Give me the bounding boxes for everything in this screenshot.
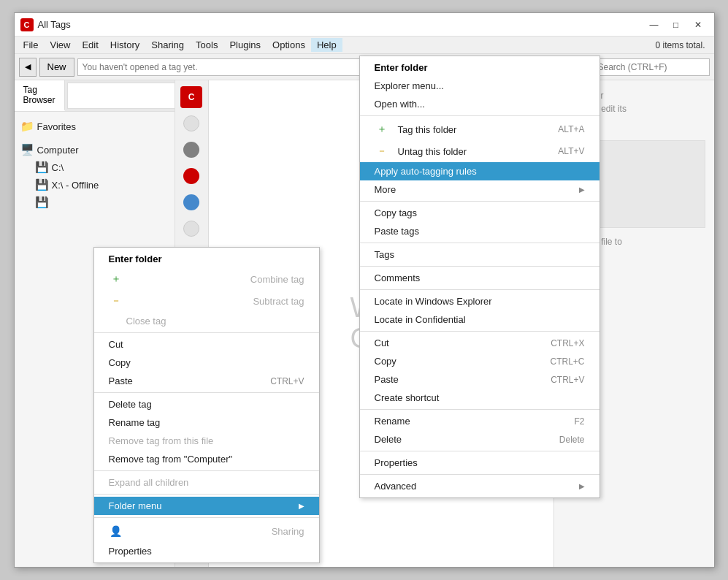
ctx1-combine-tag-label: Combine tag bbox=[250, 274, 304, 285]
ctx2-paste[interactable]: Paste CTRL+V bbox=[360, 370, 599, 389]
menu-plugins[interactable]: Plugins bbox=[223, 38, 267, 52]
computer-icon: 🖥️ bbox=[20, 143, 34, 156]
ctx1-expand-all-label: Expand all children bbox=[109, 477, 189, 488]
ctx2-paste-tags[interactable]: Paste tags bbox=[360, 222, 599, 240]
tab-tag-browser-label: Tag Browser bbox=[23, 85, 55, 105]
title-bar: C All Tags — □ ✕ bbox=[15, 13, 714, 37]
mini-circle-4 bbox=[183, 194, 199, 210]
ctx2-copy[interactable]: Copy CTRL+C bbox=[360, 352, 599, 370]
ctx1-delete-tag[interactable]: Delete tag bbox=[94, 395, 319, 413]
ctx2-explorer-menu-label: Explorer menu... bbox=[375, 80, 444, 91]
ctx1-close-tag: Close tag bbox=[94, 312, 319, 330]
context-menu-1: Enter folder ＋ Combine tag － Subtract ta… bbox=[93, 247, 320, 563]
mini-icon-3[interactable] bbox=[180, 165, 202, 187]
ctx2-rename-shortcut: F2 bbox=[574, 416, 584, 427]
mini-icon-1[interactable] bbox=[180, 112, 202, 134]
ctx2-advanced-label: Advanced bbox=[375, 481, 417, 492]
app-icon-letter: C bbox=[24, 20, 30, 29]
mini-icon-c[interactable]: C bbox=[180, 86, 202, 108]
ctx1-sep5 bbox=[94, 517, 319, 518]
menu-file[interactable]: File bbox=[18, 38, 45, 52]
plus-green-icon: ＋ bbox=[109, 272, 123, 286]
ctx2-cut[interactable]: Cut CTRL+X bbox=[360, 334, 599, 352]
ctx1-paste-shortcut: CTRL+V bbox=[270, 376, 304, 386]
ctx2-tags[interactable]: Tags bbox=[360, 245, 599, 264]
menu-bar: File View Edit History Sharing Tools Plu… bbox=[15, 37, 714, 54]
ctx1-rename-tag[interactable]: Rename tag bbox=[94, 413, 319, 432]
ctx2-tags-label: Tags bbox=[375, 249, 394, 260]
ctx2-comments[interactable]: Comments bbox=[360, 269, 599, 287]
ctx2-sep8 bbox=[360, 451, 599, 451]
ctx2-locate-confidential[interactable]: Locate in Confidential bbox=[360, 310, 599, 329]
menu-help[interactable]: Help bbox=[311, 38, 342, 52]
mini-circle-5 bbox=[183, 221, 199, 237]
ctx2-delete[interactable]: Delete Delete bbox=[360, 430, 599, 449]
ctx2-apply-auto-tagging[interactable]: Apply auto-tagging rules bbox=[360, 162, 599, 180]
ctx2-advanced[interactable]: Advanced ▶ bbox=[360, 477, 599, 495]
cdrive-icon: 💾 bbox=[35, 161, 49, 174]
menu-view[interactable]: View bbox=[44, 38, 76, 52]
mini-icon-4[interactable] bbox=[180, 191, 202, 213]
ctx2-properties-label: Properties bbox=[375, 457, 418, 468]
ctx2-enter-folder-label: Enter folder bbox=[375, 62, 428, 73]
ctx2-sep4 bbox=[360, 266, 599, 267]
ctx2-properties[interactable]: Properties bbox=[360, 454, 599, 472]
ctx2-create-shortcut[interactable]: Create shortcut bbox=[360, 389, 599, 407]
mini-circle-1 bbox=[183, 115, 199, 131]
ctx1-enter-folder-label: Enter folder bbox=[109, 253, 162, 264]
xdrive-icon: 💾 bbox=[35, 178, 49, 191]
ctx2-enter-folder[interactable]: Enter folder bbox=[360, 58, 599, 77]
tree-item-cdrive[interactable]: 💾 C:\ bbox=[32, 159, 172, 176]
ctx1-enter-folder[interactable]: Enter folder bbox=[94, 250, 319, 268]
ctx2-delete-label: Delete bbox=[375, 434, 402, 445]
ctx2-untag-this-folder-label: Untag this folder bbox=[398, 146, 467, 157]
tree-item-computer[interactable]: 🖥️ Computer bbox=[18, 141, 172, 159]
ctx2-more[interactable]: More ▶ bbox=[360, 180, 599, 199]
ctx1-sep2 bbox=[94, 392, 319, 393]
ctx1-remove-from-computer[interactable]: Remove tag from "Computer" bbox=[94, 450, 319, 468]
search-input[interactable] bbox=[593, 58, 710, 76]
tab-tag-browser[interactable]: Tag Browser bbox=[15, 80, 65, 111]
menu-history[interactable]: History bbox=[104, 38, 145, 52]
sidebar-search-input[interactable] bbox=[67, 83, 175, 109]
ctx1-properties[interactable]: Properties bbox=[94, 542, 319, 560]
ctx1-sep1 bbox=[94, 332, 319, 333]
ctx1-sep3 bbox=[94, 470, 319, 471]
ctx2-sep1 bbox=[360, 115, 599, 116]
ctx2-tag-shortcut: ALT+A bbox=[558, 124, 584, 134]
close-button[interactable]: ✕ bbox=[688, 17, 708, 33]
ctx2-sep6 bbox=[360, 331, 599, 332]
menu-edit[interactable]: Edit bbox=[76, 38, 104, 52]
menu-sharing[interactable]: Sharing bbox=[145, 38, 190, 52]
ctx1-copy[interactable]: Copy bbox=[94, 354, 319, 372]
new-button[interactable]: New bbox=[39, 58, 74, 77]
ctx2-comments-label: Comments bbox=[375, 272, 421, 283]
tree-item-favorites[interactable]: 📁 Favorites bbox=[18, 118, 172, 135]
minus-yellow-icon: － bbox=[109, 294, 123, 308]
ctx1-rename-tag-label: Rename tag bbox=[109, 417, 161, 428]
ctx2-rename[interactable]: Rename F2 bbox=[360, 412, 599, 430]
tree-item-xdrive[interactable]: 💾 X:\ - Offline bbox=[32, 176, 172, 194]
menu-options[interactable]: Options bbox=[267, 38, 311, 52]
minimize-button[interactable]: — bbox=[644, 17, 664, 33]
ctx1-remove-from-computer-label: Remove tag from "Computer" bbox=[109, 454, 233, 465]
ctx1-paste[interactable]: Paste CTRL+V bbox=[94, 372, 319, 390]
ctx1-cut[interactable]: Cut bbox=[94, 335, 319, 354]
menu-tools[interactable]: Tools bbox=[190, 38, 223, 52]
ctx1-folder-menu[interactable]: Folder menu ▶ bbox=[94, 497, 319, 515]
items-count-toolbar: 0 items total. bbox=[655, 40, 705, 50]
ctx2-tag-this-folder[interactable]: ＋ Tag this folder ALT+A bbox=[360, 118, 599, 140]
mini-c-label: C bbox=[188, 92, 195, 102]
ctx2-explorer-menu[interactable]: Explorer menu... bbox=[360, 77, 599, 95]
ctx2-open-with[interactable]: Open with... bbox=[360, 95, 599, 113]
mini-icon-2[interactable] bbox=[180, 139, 202, 161]
maximize-button[interactable]: □ bbox=[666, 17, 686, 33]
ctx2-locate-windows[interactable]: Locate in Windows Explorer bbox=[360, 292, 599, 310]
back-button[interactable]: ◀ bbox=[19, 58, 37, 77]
ctx2-untag-this-folder[interactable]: － Untag this folder ALT+V bbox=[360, 140, 599, 162]
tree-item-unknown[interactable]: 💾 bbox=[32, 194, 172, 211]
mini-icon-5[interactable] bbox=[180, 218, 202, 240]
ctx2-open-with-label: Open with... bbox=[375, 99, 425, 110]
ctx1-properties-label: Properties bbox=[109, 546, 152, 557]
ctx2-copy-tags[interactable]: Copy tags bbox=[360, 204, 599, 222]
